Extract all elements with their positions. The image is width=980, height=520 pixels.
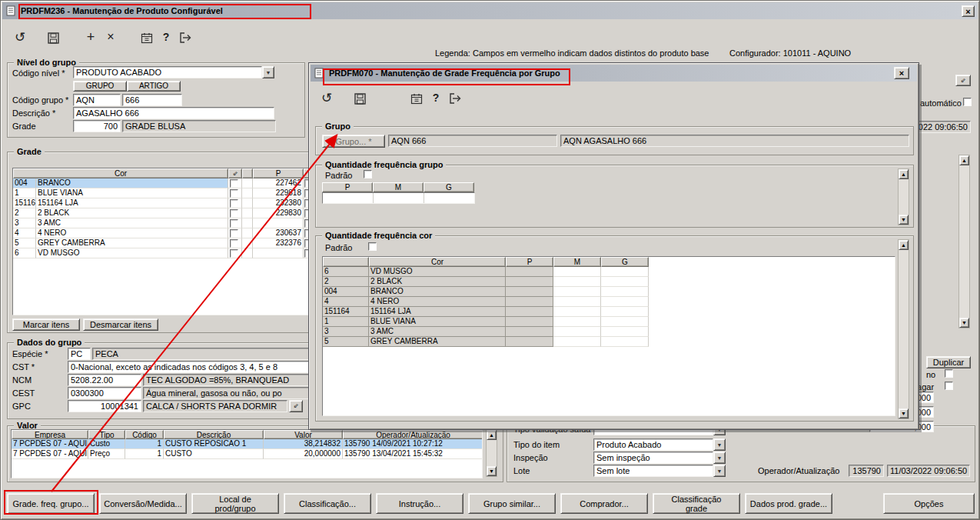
value-table-scrollbar[interactable]: ▲ ▼ <box>486 429 497 477</box>
m-cell[interactable] <box>553 337 601 347</box>
refresh-icon[interactable]: ↺ <box>12 28 28 45</box>
table-row[interactable]: 2 2 BLACK <box>323 277 649 287</box>
grupo-similar-button[interactable]: Grupo similar... <box>468 493 556 514</box>
scroll-down-button[interactable]: ▼ <box>487 466 497 476</box>
m-column-header[interactable]: M <box>553 257 601 267</box>
cest-code-field[interactable]: 0300300 <box>68 387 141 399</box>
table-row[interactable]: 5 GREY CAMBERRA 232376 <box>13 238 314 248</box>
tipo-column-header[interactable]: Tipo <box>88 430 125 439</box>
m-cell[interactable] <box>553 297 601 307</box>
classificacao-grade-button[interactable]: Classificação grade <box>653 493 740 514</box>
group-code-number-field[interactable]: 666 <box>122 94 182 106</box>
check2-checkbox[interactable] <box>945 382 953 390</box>
row-checkbox[interactable] <box>230 189 238 198</box>
grade-freq-grupo-button[interactable]: Grade. freq. grupo... <box>7 493 95 514</box>
row-checkbox[interactable] <box>230 229 238 238</box>
main-close-button[interactable]: × <box>962 5 975 17</box>
automatico-checkbox[interactable] <box>963 98 972 106</box>
level-code-combobox[interactable]: PRODUTO ACABADO <box>73 66 262 78</box>
inspecao-combobox[interactable]: Sem inspeção <box>593 452 713 464</box>
p-cell[interactable] <box>506 287 553 297</box>
group-code-prefix-field[interactable]: AQN <box>73 94 121 106</box>
m-cell[interactable] <box>553 287 601 297</box>
cor-column-header[interactable]: Cor <box>369 257 506 267</box>
ncm-code-field[interactable]: 5208.22.00 <box>68 374 141 386</box>
add-icon[interactable]: + <box>83 28 98 45</box>
freq-grupo-scrollbar[interactable]: ▲ ▼ <box>898 168 909 225</box>
g-cell[interactable] <box>601 277 649 287</box>
description-field[interactable]: AGASALHO 666 <box>73 107 274 119</box>
table-row[interactable]: 151164 151164 LJA 232380 <box>13 198 314 208</box>
p-cell[interactable] <box>506 317 553 327</box>
save-icon[interactable] <box>45 30 61 45</box>
classificacao-button[interactable]: Classificação... <box>284 493 371 514</box>
row-checkbox[interactable] <box>230 179 238 188</box>
scroll-up-button[interactable]: ▲ <box>487 430 497 440</box>
dialog-close-button[interactable]: × <box>894 67 909 79</box>
table-row[interactable]: 6 VD MUSGO <box>323 267 649 277</box>
right-scrollbar[interactable]: ▲ ▼ <box>958 155 970 328</box>
check1-checkbox[interactable] <box>945 369 953 378</box>
row-checkbox[interactable] <box>230 239 238 248</box>
g-input-cell[interactable] <box>424 193 475 204</box>
m-column-header[interactable]: M <box>373 182 424 192</box>
help-icon[interactable]: ? <box>159 28 173 45</box>
grade-code-field[interactable]: 700 <box>73 120 121 132</box>
m-cell[interactable] <box>553 277 601 287</box>
delete-icon[interactable]: × <box>103 28 118 45</box>
gpc-lookup-icon[interactable]: ⇙ <box>289 400 303 412</box>
freq-cor-scrollbar[interactable]: ▲ ▼ <box>898 239 909 419</box>
tipo-item-dropdown-button[interactable]: ▼ <box>713 438 726 451</box>
exit-icon[interactable] <box>178 30 193 45</box>
table-row[interactable]: 151164 151164 LJA <box>323 307 649 317</box>
table-row[interactable]: 4 4 NERO 230637 <box>13 228 314 238</box>
help-icon[interactable]: ? <box>429 89 443 106</box>
especie-code-field[interactable]: PC <box>68 348 91 360</box>
valor-column-header[interactable]: Valor <box>264 430 343 439</box>
lookup-icon[interactable]: ⇙ <box>955 75 971 86</box>
table-row[interactable]: 004 BRANCO 227462 <box>13 178 314 188</box>
row-checkbox[interactable] <box>230 209 238 218</box>
scroll-up-button[interactable]: ▲ <box>899 240 909 250</box>
scroll-down-button[interactable]: ▼ <box>959 318 969 328</box>
grupo-tab-button[interactable]: GRUPO <box>73 81 127 92</box>
p-column-header[interactable]: P <box>322 182 373 192</box>
g-cell[interactable] <box>601 337 649 347</box>
duplicate-button[interactable]: Duplicar <box>926 356 971 368</box>
row-checkbox[interactable] <box>230 249 238 258</box>
table-row[interactable]: 7 PCPDES 07 - AQUINO Preço 1 CUSTO 20,00… <box>12 449 483 459</box>
instrucao-button[interactable]: Instrução... <box>376 493 463 514</box>
m-cell[interactable] <box>553 317 601 327</box>
save-icon[interactable] <box>352 91 367 106</box>
g-cell[interactable] <box>601 317 649 327</box>
codigo-column-header[interactable]: Código <box>125 430 164 439</box>
m-cell[interactable] <box>553 307 601 317</box>
g-cell[interactable] <box>601 287 649 297</box>
g-cell[interactable] <box>601 297 649 307</box>
table-row[interactable]: 2 2 BLACK 229830 <box>13 208 314 218</box>
calendar-icon[interactable] <box>409 91 424 106</box>
table-row[interactable]: 5 GREY CAMBERRA <box>323 337 649 347</box>
level-code-dropdown-button[interactable]: ▼ <box>262 66 274 78</box>
tipo-item-combobox[interactable]: Produto Acabado <box>593 438 713 451</box>
table-row[interactable]: 3 3 AMC <box>13 218 314 228</box>
row-checkbox[interactable] <box>230 219 238 228</box>
descricao-column-header[interactable]: Descrição <box>164 430 264 439</box>
p-column-header[interactable]: P <box>253 168 304 178</box>
calendar-icon[interactable] <box>139 30 154 45</box>
scroll-down-button[interactable]: ▼ <box>899 408 909 418</box>
table-row[interactable]: 1 BLUE VIANA 229818 <box>13 188 314 198</box>
p-cell[interactable] <box>506 327 553 337</box>
table-row[interactable]: 004 BRANCO <box>323 287 649 297</box>
table-row[interactable]: 6 VD MUSGO <box>13 248 314 258</box>
g-column-header[interactable]: G <box>601 257 649 267</box>
p-cell[interactable] <box>506 277 553 287</box>
p-cell[interactable] <box>506 297 553 307</box>
p-cell[interactable] <box>506 267 553 277</box>
grupo-lookup-button[interactable]: Grupo... * <box>322 135 385 148</box>
gpc-code-field[interactable]: 10001341 <box>68 400 141 412</box>
scroll-down-button[interactable]: ▼ <box>899 215 909 225</box>
table-row[interactable]: 3 3 AMC <box>323 327 649 337</box>
lookup-icon[interactable]: ⇙ <box>228 168 242 178</box>
empresa-column-header[interactable]: Empresa <box>12 430 88 439</box>
